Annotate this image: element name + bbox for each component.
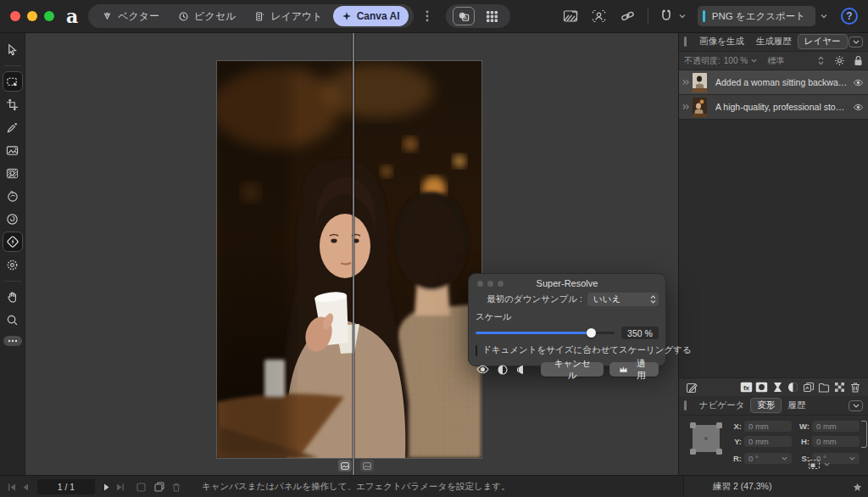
fullscreen-window-button[interactable] [44,11,54,21]
layer-expand-icon[interactable] [679,103,693,110]
more-tools-button[interactable] [3,336,22,346]
tab-transform[interactable]: 変形 [750,398,782,413]
panel-collapse-button[interactable] [849,400,863,411]
generative-image-tool-button[interactable] [3,140,23,160]
lock-icon[interactable] [854,55,863,66]
split-view-button[interactable] [495,364,509,375]
move-tool-button[interactable] [3,39,23,59]
favorite-star-icon[interactable] [853,483,862,492]
export-dropdown-button[interactable] [817,14,831,19]
fx-effects-button[interactable]: fx [738,381,754,394]
persona-tab-pixel[interactable]: ピクセル [170,6,244,26]
help-button[interactable]: ? [841,8,858,25]
tab-navigator[interactable]: ナビゲータ [693,398,750,413]
hand-tool-button[interactable] [3,287,23,307]
first-page-button[interactable] [5,483,19,491]
minimize-window-button[interactable] [27,11,37,21]
edit-compose-button[interactable] [684,381,699,394]
fit-to-size-checkbox[interactable] [476,345,477,356]
hyperlink-button[interactable] [617,5,639,27]
dialog-zoom-button[interactable] [498,281,504,287]
transform-x-field[interactable]: 0 mm [744,421,792,432]
chevron-down-icon[interactable] [751,59,757,63]
pattern-layer-button[interactable] [832,381,847,394]
delete-page-button[interactable] [170,483,183,492]
layer-thumbnail[interactable] [693,98,707,117]
compare-split-divider[interactable] [353,32,354,475]
opacity-value[interactable]: 100 % [724,56,748,65]
retouch-tool-button[interactable] [3,117,23,137]
tab-generation-history[interactable]: 生成履歴 [750,34,798,49]
adjustment-layer-button[interactable] [770,381,785,394]
layer-row[interactable]: Added a woman sitting backwards [679,70,868,95]
anchor-point-selector[interactable] [689,422,723,455]
layers-list-empty-area[interactable] [679,120,868,377]
layer-expand-icon[interactable] [679,79,693,86]
tab-layers[interactable]: レイヤー [798,34,848,49]
dialog-minimize-button[interactable] [487,281,493,287]
canvas-view-button[interactable]: A [453,7,475,25]
persona-overflow-button[interactable] [420,9,434,23]
super-resolve-tool-button[interactable] [3,232,23,252]
slider-thumb[interactable] [587,328,596,338]
transform-w-field[interactable]: 0 mm [812,421,860,432]
new-page-button[interactable] [134,483,147,492]
place-image-button[interactable] [559,5,581,27]
previous-page-button[interactable] [19,483,32,491]
duplicate-page-button[interactable] [153,482,166,492]
canvas-area[interactable] [25,32,678,475]
layer-visibility-toggle[interactable] [848,103,868,111]
snapping-button[interactable] [655,5,677,27]
layer-visibility-toggle[interactable] [848,79,868,87]
close-window-button[interactable] [10,11,20,21]
liquify-tool-button[interactable] [3,209,23,229]
gear-icon[interactable] [834,55,845,66]
clone-tool-button[interactable] [3,186,23,206]
duplicate-layer-button[interactable] [801,381,816,394]
scale-slider[interactable] [476,328,615,338]
snapping-dropdown-button[interactable] [679,14,686,19]
studio-grid-button[interactable] [481,7,504,25]
stepper-arrows-icon[interactable] [818,56,824,65]
last-page-button[interactable] [114,483,127,491]
panel-collapse-button[interactable] [849,36,863,47]
persona-switcher: ベクター ピクセル レイアウト Canva AI [88,4,413,28]
group-layers-button[interactable] [816,381,832,394]
document-photo[interactable] [217,61,481,458]
cancel-button[interactable]: キャンセル [541,362,604,377]
downsample-select[interactable]: いいえ [587,293,659,306]
tab-generate-image[interactable]: 画像を生成 [693,34,750,49]
export-png-button[interactable]: PNG をエクスポート [698,6,815,26]
chevron-down-icon [853,404,860,408]
scale-value-field[interactable]: 350 % [621,327,659,339]
transform-y-field[interactable]: 0 mm [744,436,792,447]
tab-history[interactable]: 履歴 [782,398,811,413]
persona-tab-layout[interactable]: レイアウト [246,6,331,26]
select-subject-button[interactable] [588,5,610,27]
compare-after-button[interactable] [360,460,374,472]
link-dimensions-bracket[interactable] [861,421,867,448]
transform-mode-button[interactable] [808,459,830,470]
layer-thumbnail[interactable] [693,73,707,92]
denoise-tool-button[interactable] [3,254,23,275]
transform-rotation-field[interactable]: 0 ° [744,453,792,464]
dialog-close-button[interactable] [477,281,483,287]
persona-tab-canva-ai[interactable]: Canva AI [333,6,409,26]
live-filter-button[interactable] [785,381,800,394]
next-page-button[interactable] [100,483,114,491]
mask-layer-button[interactable] [754,381,770,394]
selection-brush-tool-button[interactable] [3,71,23,92]
apply-button[interactable]: 適用 [609,362,659,377]
compare-before-button[interactable] [338,460,352,472]
inpaint-tool-button[interactable] [3,163,23,183]
mirror-view-button[interactable] [515,364,529,375]
layer-row[interactable]: A high-quality, professional stock p... [679,95,868,120]
blend-mode-select[interactable]: 標準 [767,55,784,67]
delete-layer-button[interactable] [848,381,863,394]
preview-eye-button[interactable] [476,364,489,375]
persona-tab-vector[interactable]: ベクター [93,6,168,26]
transform-h-field[interactable]: 0 mm [812,436,860,447]
page-indicator[interactable]: 1 / 1 [37,479,95,494]
zoom-tool-button[interactable] [3,310,23,330]
crop-tool-button[interactable] [3,94,23,114]
